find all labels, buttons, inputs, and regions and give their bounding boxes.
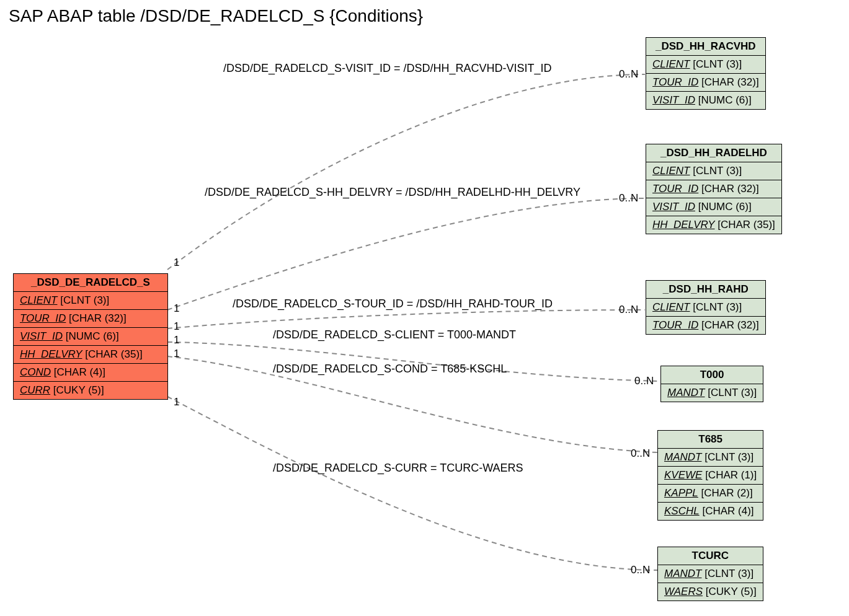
- cardinality-left: 1: [174, 302, 179, 315]
- field-name: HH_DELVRY: [652, 219, 714, 231]
- field-name: KAPPL: [664, 487, 698, 499]
- field-name: TOUR_ID: [652, 319, 698, 331]
- field-type: [CHAR (35)]: [82, 348, 142, 360]
- field-name: HH_DELVRY: [20, 348, 82, 360]
- entity-field: VISIT_ID [NUMC (6)]: [14, 328, 167, 346]
- entity-field: CLIENT [CLNT (3)]: [646, 299, 765, 317]
- relation-label: /DSD/DE_RADELCD_S-VISIT_ID = /DSD/HH_RAC…: [223, 62, 552, 75]
- relation-label: /DSD/DE_RADELCD_S-CURR = TCURC-WAERS: [273, 462, 523, 475]
- cardinality-right: 0..N: [631, 447, 650, 460]
- field-type: [CHAR (4)]: [700, 505, 754, 517]
- field-name: VISIT_ID: [652, 201, 695, 213]
- field-type: [CHAR (35)]: [714, 219, 775, 231]
- field-type: [CHAR (32)]: [698, 183, 758, 195]
- entity-field: VISIT_ID [NUMC (6)]: [646, 92, 765, 109]
- cardinality-right: 0..N: [634, 375, 654, 387]
- entity-field: TOUR_ID [CHAR (32)]: [14, 310, 167, 328]
- cardinality-right: 0..N: [619, 68, 638, 81]
- field-name: VISIT_ID: [20, 330, 63, 342]
- entity-header: _DSD_HH_RAHD: [646, 281, 765, 299]
- entity-field: TOUR_ID [CHAR (32)]: [646, 74, 765, 92]
- entity-header: _DSD_HH_RADELHD: [646, 144, 781, 162]
- cardinality-left: 1: [174, 396, 179, 408]
- field-name: KVEWE: [664, 469, 702, 481]
- cardinality-left: 1: [174, 348, 179, 360]
- relation-label: /DSD/DE_RADELCD_S-TOUR_ID = /DSD/HH_RAHD…: [233, 297, 553, 310]
- entity-field: MANDT [CLNT (3)]: [661, 384, 763, 402]
- field-name: TOUR_ID: [652, 183, 698, 195]
- field-name: CLIENT: [652, 165, 690, 177]
- entity-ref: T000MANDT [CLNT (3)]: [660, 366, 763, 402]
- entity-field: HH_DELVRY [CHAR (35)]: [646, 216, 781, 234]
- entity-header: _DSD_HH_RACVHD: [646, 38, 765, 56]
- entity-field: TOUR_ID [CHAR (32)]: [646, 317, 765, 334]
- entity-header: _DSD_DE_RADELCD_S: [14, 274, 167, 292]
- relation-label: /DSD/DE_RADELCD_S-CLIENT = T000-MANDT: [273, 328, 516, 341]
- field-type: [CLNT (3)]: [701, 451, 753, 463]
- field-name: CLIENT: [652, 58, 690, 70]
- entity-field: KVEWE [CHAR (1)]: [658, 467, 763, 485]
- field-name: MANDT: [664, 451, 701, 463]
- cardinality-right: 0..N: [619, 192, 638, 205]
- field-name: MANDT: [667, 387, 705, 398]
- entity-main: _DSD_DE_RADELCD_S CLIENT [CLNT (3)]TOUR_…: [13, 273, 168, 400]
- entity-field: COND [CHAR (4)]: [14, 364, 167, 382]
- field-type: [CHAR (32)]: [66, 312, 126, 324]
- field-type: [CLNT (3)]: [705, 387, 757, 398]
- field-type: [CHAR (4)]: [51, 366, 105, 378]
- entity-field: KAPPL [CHAR (2)]: [658, 485, 763, 503]
- entity-ref: _DSD_HH_RADELHDCLIENT [CLNT (3)]TOUR_ID …: [646, 144, 782, 234]
- relation-label: /DSD/DE_RADELCD_S-COND = T685-KSCHL: [273, 363, 507, 376]
- field-type: [CHAR (1)]: [702, 469, 757, 481]
- field-type: [NUMC (6)]: [695, 201, 752, 213]
- cardinality-left: 1: [174, 334, 179, 346]
- field-name: TOUR_ID: [652, 76, 698, 88]
- entity-ref: TCURCMANDT [CLNT (3)]WAERS [CUKY (5)]: [657, 547, 763, 601]
- entity-header: TCURC: [658, 547, 763, 565]
- entity-field: VISIT_ID [NUMC (6)]: [646, 198, 781, 216]
- entity-field: CLIENT [CLNT (3)]: [646, 162, 781, 180]
- cardinality-right: 0..N: [619, 304, 638, 316]
- field-name: VISIT_ID: [652, 94, 695, 106]
- entity-field: CLIENT [CLNT (3)]: [14, 292, 167, 310]
- field-name: CLIENT: [20, 294, 57, 306]
- entity-field: TOUR_ID [CHAR (32)]: [646, 180, 781, 198]
- entity-field: CLIENT [CLNT (3)]: [646, 56, 765, 74]
- entity-ref: T685MANDT [CLNT (3)]KVEWE [CHAR (1)]KAPP…: [657, 430, 763, 521]
- entity-header: T000: [661, 366, 763, 384]
- field-type: [CHAR (2)]: [698, 487, 753, 499]
- field-type: [CLNT (3)]: [57, 294, 109, 306]
- entity-field: WAERS [CUKY (5)]: [658, 583, 763, 601]
- entity-header: T685: [658, 431, 763, 449]
- entity-field: MANDT [CLNT (3)]: [658, 565, 763, 583]
- entity-field: KSCHL [CHAR (4)]: [658, 503, 763, 520]
- entity-ref: _DSD_HH_RACVHDCLIENT [CLNT (3)]TOUR_ID […: [646, 37, 766, 110]
- field-type: [CHAR (32)]: [698, 76, 758, 88]
- field-type: [CLNT (3)]: [690, 301, 742, 313]
- relation-label: /DSD/DE_RADELCD_S-HH_DELVRY = /DSD/HH_RA…: [205, 186, 580, 199]
- field-type: [CHAR (32)]: [698, 319, 758, 331]
- cardinality-right: 0..N: [631, 564, 650, 576]
- entity-field: MANDT [CLNT (3)]: [658, 449, 763, 467]
- field-name: WAERS: [664, 586, 703, 597]
- field-name: KSCHL: [664, 505, 700, 517]
- field-type: [CLNT (3)]: [690, 165, 742, 177]
- field-type: [NUMC (6)]: [63, 330, 119, 342]
- field-type: [CUKY (5)]: [703, 586, 757, 597]
- cardinality-left: 1: [174, 257, 179, 269]
- entity-ref: _DSD_HH_RAHDCLIENT [CLNT (3)]TOUR_ID [CH…: [646, 280, 766, 335]
- field-type: [CLNT (3)]: [690, 58, 742, 70]
- entity-field: HH_DELVRY [CHAR (35)]: [14, 346, 167, 364]
- field-name: COND: [20, 366, 51, 378]
- page-title: SAP ABAP table /DSD/DE_RADELCD_S {Condit…: [9, 6, 423, 26]
- field-type: [NUMC (6)]: [695, 94, 752, 106]
- field-name: CLIENT: [652, 301, 690, 313]
- field-name: MANDT: [664, 568, 701, 579]
- cardinality-left: 1: [174, 320, 179, 333]
- field-type: [CLNT (3)]: [701, 568, 753, 579]
- field-type: [CUKY (5)]: [50, 384, 104, 396]
- field-name: TOUR_ID: [20, 312, 66, 324]
- entity-field: CURR [CUKY (5)]: [14, 382, 167, 399]
- field-name: CURR: [20, 384, 50, 396]
